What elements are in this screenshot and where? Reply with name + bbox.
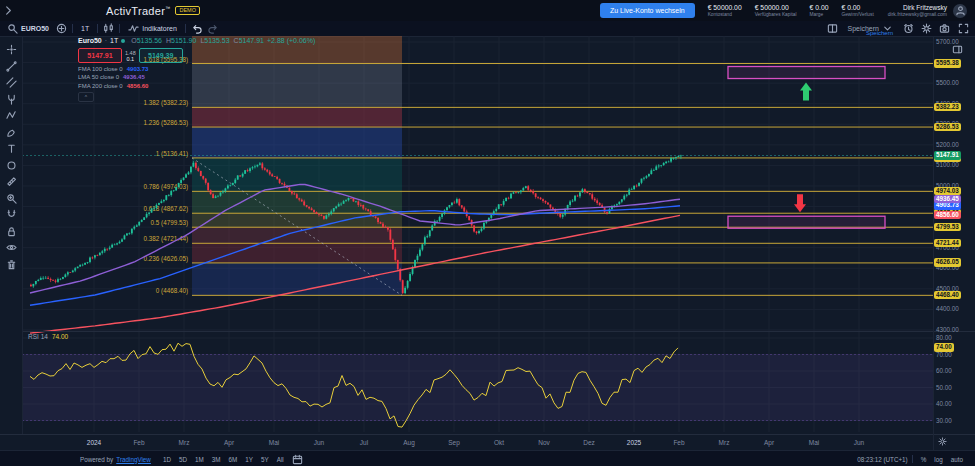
rsi-tick: 80.00	[936, 334, 952, 341]
fib-price-label: 4468.40	[934, 291, 961, 300]
price-axis[interactable]: 5700.005600.005500.005400.005300.005200.…	[933, 0, 975, 450]
ma-price-label: 4856.60	[934, 211, 961, 220]
ma-legend-row[interactable]: FMA 200 close 04856.60	[78, 83, 315, 89]
fib-price-label: 5382.23	[934, 103, 961, 112]
price-tick: 4400.00	[936, 305, 959, 312]
chart-legend[interactable]: Euro50 · 1T O5135.56H5151.90L5135.53C514…	[78, 37, 315, 102]
fib-price-label: 4626.05	[934, 258, 961, 267]
legend-interval: 1T	[110, 37, 118, 44]
right-edge-panel	[952, 44, 963, 55]
ma-price-label: 4936.45	[934, 195, 961, 204]
rsi-tick: 60.00	[936, 367, 952, 374]
market-open-dot	[121, 39, 125, 43]
fib-price-label: 5286.53	[934, 123, 961, 132]
svg-text:1 (5136.41): 1 (5136.41)	[156, 150, 188, 158]
rsi-tick: 40.00	[936, 400, 952, 407]
rsi-value-label: 74.00	[934, 343, 954, 352]
fib-price-label: 4721.44	[934, 239, 961, 248]
last-price-label: 5147.91	[934, 151, 961, 160]
legend-collapse-button[interactable]: ^	[78, 92, 94, 102]
ohlc-values: O5135.56H5151.90L5135.53C5147.91	[131, 37, 264, 44]
rsi-tick: 30.00	[936, 417, 952, 424]
rsi-legend[interactable]: RSI 14 74.00	[28, 333, 68, 340]
sell-button[interactable]: 5147.91	[78, 48, 122, 63]
legend-row: Euro50 · 1T O5135.56H5151.90L5135.53C514…	[78, 37, 315, 44]
svg-text:1.236 (5286.53): 1.236 (5286.53)	[144, 119, 188, 127]
ma-legend-row[interactable]: LMA 50 close 04936.45	[78, 74, 315, 80]
svg-text:0.5 (4799.53): 0.5 (4799.53)	[151, 219, 188, 227]
buy-button[interactable]: 5149.39	[139, 48, 183, 63]
price-tick: 5200.00	[936, 141, 959, 148]
fib-price-label: 5595.38	[934, 59, 961, 68]
svg-text:0.236 (4626.05): 0.236 (4626.05)	[144, 255, 188, 263]
price-tick: 4300.00	[936, 326, 959, 333]
ma-legend-row[interactable]: FMA 100 close 04903.73	[78, 66, 315, 72]
trading-app: 1.618 (5595.38)1.382 (5382.23)1.236 (528…	[0, 0, 975, 466]
rsi-value: 74.00	[52, 333, 68, 340]
price-tick: 5500.00	[936, 79, 959, 86]
svg-text:0.382 (4721.44): 0.382 (4721.44)	[144, 235, 188, 243]
svg-text:0.618 (4867.62): 0.618 (4867.62)	[144, 205, 188, 213]
ma-legend: FMA 100 close 04903.73LMA 50 close 04936…	[78, 66, 315, 89]
svg-text:0 (4468.40): 0 (4468.40)	[156, 287, 188, 295]
fib-price-label: 4799.53	[934, 223, 961, 232]
price-tick: 5100.00	[936, 161, 959, 168]
change-value: +2.88 (+0.06%)	[267, 37, 315, 44]
panel-toggle-icon[interactable]	[952, 44, 963, 55]
rsi-tick: 50.00	[936, 384, 952, 391]
quantity-value: 0.1	[127, 56, 135, 62]
buy-sell-widget: 5147.91 1.48 0.1 5149.39	[78, 48, 315, 63]
legend-symbol: Euro50	[78, 37, 102, 44]
